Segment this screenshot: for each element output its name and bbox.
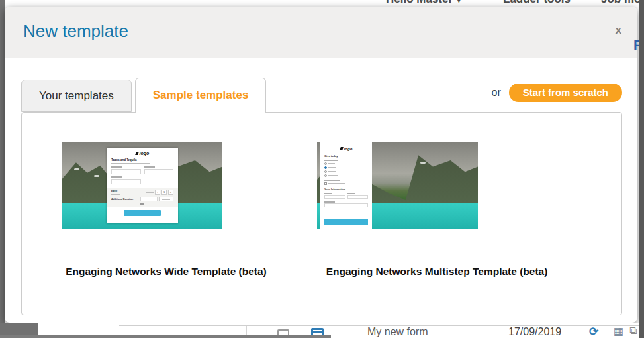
sample-templates-panel: logo Tacos and Tequila (21, 112, 622, 315)
snow-patch (420, 162, 426, 164)
mini-continue-button (324, 219, 368, 225)
mini-donation-label: Additional Donation (111, 198, 133, 201)
mini-qty-value: 1 (161, 190, 167, 195)
or-group: or Start from scratch (492, 84, 622, 102)
mini-label (111, 176, 122, 178)
mini-heading: Tacos and Tequila (111, 158, 173, 162)
mini-form-multistep: logo Give today Your Information (320, 142, 372, 229)
mini-name-row (324, 192, 368, 199)
or-label: or (492, 87, 501, 99)
mini-label (324, 180, 340, 181)
mini-text (111, 194, 120, 195)
template-title-multistep: Engaging Networks Multistep Template (be… (311, 266, 563, 278)
mini-heading: Give today (324, 154, 368, 158)
mini-input (111, 169, 141, 174)
start-from-scratch-button[interactable]: Start from scratch (509, 84, 622, 102)
background-right-edge (639, 0, 644, 338)
mini-input (324, 195, 345, 199)
mini-label (347, 193, 355, 194)
mini-form-wide: logo Tacos and Tequila (107, 148, 178, 223)
mini-input (144, 169, 174, 174)
tab-row: Your templates Sample templates or Start… (21, 77, 622, 112)
refresh-icon[interactable]: ⟳ (589, 325, 598, 338)
mini-free-label: FREE (111, 190, 120, 193)
modal-title: New template (23, 21, 128, 42)
chevron-down-icon: ▾ (457, 0, 461, 5)
mini-label (324, 201, 335, 203)
logo-icon (340, 147, 344, 150)
template-thumbnail-wide[interactable]: logo Tacos and Tequila (62, 142, 222, 229)
mini-input (111, 179, 141, 184)
mini-logo: logo (111, 151, 173, 156)
mini-text (146, 192, 154, 193)
nav-item-ladder-tools[interactable]: Ladder tools (503, 0, 571, 6)
modal-header: New template x (5, 7, 637, 58)
tab-your-templates[interactable]: Your templates (21, 80, 132, 112)
mini-label (111, 166, 122, 168)
mini-text (328, 171, 336, 172)
nav-item-job-monitor[interactable]: Job monitor (601, 0, 644, 6)
new-template-modal: New template x Your templates Sample tem… (5, 7, 637, 323)
background-left-edge (0, 0, 5, 338)
mini-email-col (111, 176, 141, 184)
mini-button (159, 197, 173, 201)
grid-icon[interactable]: ▦ (614, 325, 623, 337)
mini-radio (324, 162, 327, 165)
template-title-wide: Engaging Networks Wide Template (beta) (40, 266, 292, 278)
background-footer-band (0, 335, 331, 338)
nav-item-hello-master[interactable]: Hello Master▾ (386, 0, 461, 6)
background-table-row: My new form 17/09/2019 ⟳ ▦ ⧉ (0, 323, 644, 338)
mini-name-row (111, 164, 173, 174)
modal-body: Your templates Sample templates or Start… (5, 77, 637, 315)
row-name: My new form (367, 326, 428, 338)
mini-minus-button: - (155, 190, 160, 195)
mini-submit-button (124, 210, 161, 216)
mini-checkbox (324, 182, 327, 185)
mini-qty-stepper: - 1 + (146, 190, 173, 195)
mini-label (324, 193, 332, 194)
mini-total-text (140, 203, 144, 205)
mini-label (324, 160, 338, 161)
mini-plus-button: + (168, 190, 173, 195)
close-icon[interactable]: x (616, 24, 621, 37)
mini-text (328, 167, 336, 168)
background-top-nav: Hello Master▾ Ladder tools Job monitor (0, 0, 644, 7)
snow-patch (94, 175, 99, 177)
mini-input (140, 197, 158, 201)
copy-icon[interactable]: ⧉ (629, 325, 637, 337)
mini-radio (324, 170, 327, 173)
screen: Hello Master▾ Ladder tools Job monitor R… (0, 0, 644, 338)
mini-input (347, 195, 369, 199)
mini-label (144, 166, 155, 168)
template-thumbnail-multistep[interactable]: logo Give today Your Information (317, 142, 478, 229)
logo-icon (135, 152, 139, 155)
mini-radio (324, 174, 327, 177)
mini-info-heading: Your Information (324, 188, 368, 191)
tab-sample-templates[interactable]: Sample templates (135, 78, 267, 113)
mini-input (324, 203, 368, 207)
mini-text (328, 183, 345, 184)
row-date: 17/09/2019 (508, 326, 561, 338)
mini-ticket-section: FREE - 1 + Additional Donation (107, 188, 178, 207)
snow-patch (74, 168, 79, 170)
mini-logo: logo (324, 147, 368, 151)
mini-text (328, 163, 335, 164)
mini-text (328, 175, 338, 176)
mini-radio-selected (324, 166, 327, 169)
